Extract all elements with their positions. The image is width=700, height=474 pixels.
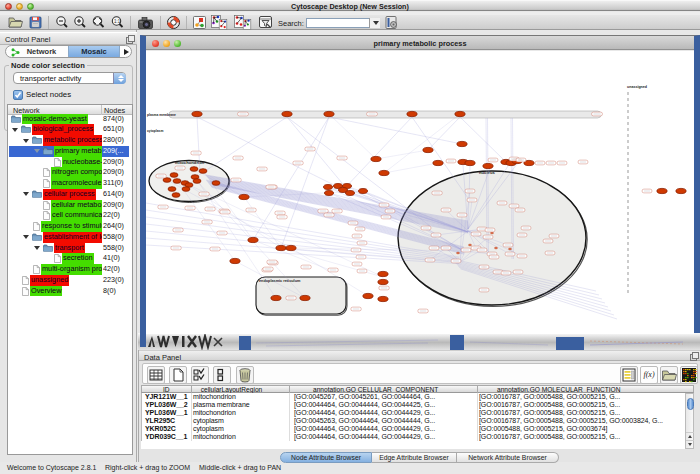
- svg-text:unassigned: unassigned: [627, 85, 647, 89]
- svg-text:cytoplasm: cytoplasm: [147, 129, 163, 133]
- svg-text:plasma membrane: plasma membrane: [147, 113, 176, 117]
- svg-text:nucleus: nucleus: [479, 170, 495, 175]
- svg-text:1:1: 1:1: [114, 19, 121, 24]
- svg-text:mitochondrion: mitochondrion: [175, 160, 205, 165]
